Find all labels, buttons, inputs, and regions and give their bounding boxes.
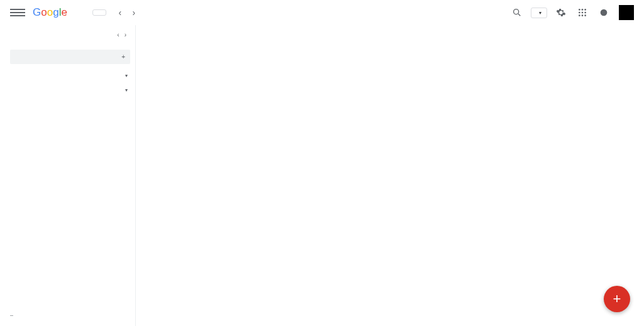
account-avatar[interactable] [619, 5, 634, 20]
weeks-container [136, 25, 644, 326]
svg-point-3 [582, 9, 584, 11]
view-selector[interactable]: ▾ [531, 8, 547, 18]
svg-point-10 [584, 14, 586, 16]
apps-grid-icon[interactable] [575, 5, 590, 20]
hamburger-menu-icon[interactable] [10, 5, 25, 20]
calendar-grid [135, 25, 644, 326]
header: Google ‹ › ▾ [0, 0, 644, 25]
chevron-down-icon: ▾ [125, 87, 128, 93]
svg-point-4 [584, 9, 586, 11]
add-friend-calendar[interactable]: + [10, 50, 130, 64]
other-calendars-toggle[interactable]: ▾ [10, 87, 130, 93]
mini-next-icon[interactable]: › [125, 31, 126, 38]
settings-gear-icon[interactable] [553, 5, 569, 20]
footer-links: – [10, 312, 130, 321]
svg-line-1 [518, 14, 520, 16]
search-icon[interactable] [509, 5, 525, 20]
notifications-icon[interactable] [596, 5, 611, 20]
svg-point-6 [582, 12, 584, 14]
today-button[interactable] [92, 9, 106, 16]
svg-point-11 [601, 9, 608, 16]
next-month-icon[interactable]: › [128, 6, 140, 19]
svg-point-8 [579, 14, 580, 16]
svg-point-7 [584, 12, 586, 14]
chevron-down-icon: ▾ [539, 10, 541, 16]
mini-prev-icon[interactable]: ‹ [117, 31, 119, 38]
svg-point-5 [579, 12, 580, 14]
my-calendars-toggle[interactable]: ▾ [10, 73, 130, 79]
month-nav: ‹ › [114, 6, 140, 19]
plus-icon: + [613, 291, 621, 307]
prev-month-icon[interactable]: ‹ [114, 6, 126, 19]
plus-icon: + [121, 53, 125, 60]
google-calendar-logo[interactable]: Google [33, 6, 70, 19]
svg-point-0 [514, 9, 519, 14]
sidebar: ‹ › + ▾ ▾ – [0, 25, 135, 326]
create-event-fab[interactable]: + [604, 286, 630, 312]
chevron-down-icon: ▾ [125, 73, 128, 79]
svg-point-9 [582, 14, 584, 16]
svg-point-2 [579, 9, 580, 11]
mini-calendar-header: ‹ › [10, 31, 130, 41]
